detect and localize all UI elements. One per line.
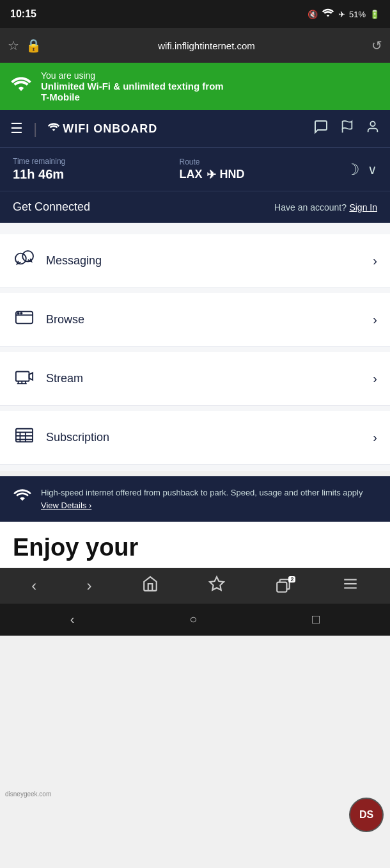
flight-right-controls: ☽ ∨ <box>346 161 377 179</box>
browser-bar: ☆ 🔒 wifi.inflightinternet.com ↺ <box>0 28 390 63</box>
get-connected-title: Get Connected <box>13 200 90 214</box>
android-nav-bar: ‹ ○ □ <box>0 604 390 636</box>
subscription-menu-item[interactable]: Subscription › <box>0 411 390 465</box>
tmobile-banner: You are using Unlimited Wi-Fi & unlimite… <box>0 63 390 110</box>
chat-icon[interactable] <box>313 119 329 138</box>
tabs-button[interactable]: 2 <box>275 577 292 594</box>
status-icons: 🔇 ✈ 51% 🔋 <box>308 8 380 20</box>
lock-icon: 🔒 <box>26 38 42 53</box>
get-connected-bar: Get Connected Have an account? Sign In <box>0 191 390 223</box>
wifi-icon <box>322 8 334 20</box>
tabs-count: 2 <box>288 576 295 583</box>
messaging-chevron-icon: › <box>373 253 377 268</box>
footer-wifi-icon <box>13 488 32 508</box>
back-button[interactable]: ‹ <box>31 577 36 595</box>
stream-menu-item[interactable]: Stream › <box>0 352 390 406</box>
route-block: Route LAX ✈ HND <box>180 157 347 182</box>
enjoy-title: Enjoy your <box>13 534 377 561</box>
nav-bar: ☰ | WIFI ONBOARD <box>0 110 390 147</box>
night-mode-icon[interactable]: ☽ <box>346 161 360 179</box>
plane-route-icon: ✈ <box>207 168 216 182</box>
nav-title: WIFI ONBOARD <box>47 122 306 136</box>
browse-menu-item[interactable]: Browse › <box>0 293 390 347</box>
footer-banner: High-speed internet offered from pushbac… <box>0 476 390 522</box>
time-remaining-value: 11h 46m <box>13 167 180 182</box>
wifi-banner-icon <box>10 76 32 97</box>
hamburger-menu-icon[interactable]: ☰ <box>10 120 23 137</box>
tmobile-line1: You are using <box>41 70 224 81</box>
browse-chevron-icon: › <box>373 312 377 327</box>
battery-text: 51% <box>349 10 366 19</box>
stream-label: Stream <box>46 372 363 385</box>
menu-button[interactable] <box>342 575 359 596</box>
route-label: Route <box>180 157 347 166</box>
refresh-icon[interactable]: ↺ <box>371 38 382 53</box>
android-home-button[interactable]: ○ <box>189 612 197 627</box>
svg-marker-19 <box>210 577 224 590</box>
status-time: 10:15 <box>10 8 36 20</box>
messaging-icon <box>13 250 36 272</box>
account-text: Have an account? <box>274 202 347 213</box>
airplane-icon: ✈ <box>338 10 345 19</box>
route-value: LAX ✈ HND <box>180 168 347 182</box>
svg-point-7 <box>20 312 22 314</box>
user-icon[interactable] <box>366 119 380 138</box>
expand-flight-icon[interactable]: ∨ <box>368 162 377 177</box>
view-details-link[interactable]: View Details › <box>41 501 91 510</box>
sign-in-area: Have an account? Sign In <box>274 202 377 213</box>
browse-icon <box>13 309 36 331</box>
svg-rect-20 <box>277 582 287 591</box>
sign-in-link[interactable]: Sign In <box>349 202 377 213</box>
tmobile-line2: Unlimited Wi-Fi & unlimited texting from… <box>41 81 224 102</box>
footer-text: High-speed internet offered from pushbac… <box>41 486 377 511</box>
battery-icon: 🔋 <box>370 10 380 19</box>
svg-point-1 <box>370 122 375 126</box>
time-remaining-label: Time remaining <box>13 157 180 166</box>
messaging-label: Messaging <box>46 254 363 268</box>
url-bar[interactable]: wifi.inflightinternet.com <box>48 40 365 51</box>
forward-button[interactable]: › <box>86 577 91 595</box>
bookmark-icon[interactable]: ☆ <box>8 38 19 53</box>
nav-actions <box>313 119 380 138</box>
browse-label: Browse <box>46 313 363 326</box>
bookmarks-button[interactable] <box>208 575 225 596</box>
mute-icon: 🔇 <box>308 10 318 19</box>
svg-point-6 <box>18 312 19 314</box>
enjoy-section: Enjoy your <box>0 522 390 568</box>
stream-chevron-icon: › <box>373 371 377 386</box>
flag-icon[interactable] <box>340 119 354 138</box>
subscription-icon <box>13 426 36 449</box>
watermark-badge: DS <box>349 798 384 832</box>
menu-list: Messaging › Browse › <box>0 223 390 471</box>
status-bar: 10:15 🔇 ✈ 51% 🔋 <box>0 0 390 28</box>
nav-wifi-icon <box>47 122 60 136</box>
flight-info: Time remaining 11h 46m Route LAX ✈ HND ☽… <box>0 147 390 191</box>
home-button[interactable] <box>142 575 159 596</box>
browser-nav-bar: ‹ › 2 <box>0 568 390 604</box>
android-recents-button[interactable]: □ <box>312 612 320 627</box>
subscription-chevron-icon: › <box>373 430 377 445</box>
bottom-watermark-text: disneygeek.com <box>5 791 51 798</box>
svg-rect-8 <box>16 372 29 382</box>
time-remaining-block: Time remaining 11h 46m <box>13 157 180 182</box>
messaging-menu-item[interactable]: Messaging › <box>0 234 390 288</box>
tmobile-text: You are using Unlimited Wi-Fi & unlimite… <box>41 70 224 102</box>
android-back-button[interactable]: ‹ <box>70 612 75 627</box>
subscription-label: Subscription <box>46 431 363 444</box>
stream-icon <box>13 367 36 390</box>
